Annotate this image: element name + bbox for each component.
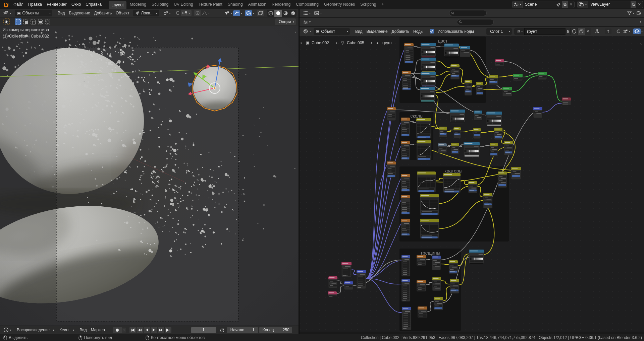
svg-text:›: › (301, 41, 302, 45)
svg-text:сколы: сколы (411, 113, 424, 119)
svg-text:кратеры: кратеры (444, 168, 462, 174)
svg-text:Cube.002: Cube.002 (312, 41, 329, 45)
svg-text:Из камеры перспектива: Из камеры перспектива (3, 27, 49, 32)
svg-text:‹: ‹ (295, 30, 296, 34)
svg-text:◕: ◕ (376, 41, 379, 45)
svg-text:грунт: грунт (382, 41, 392, 45)
svg-text:‹: ‹ (640, 41, 642, 46)
svg-text:›: › (336, 41, 337, 45)
svg-text:цвет: цвет (438, 38, 448, 44)
svg-text:Cube.005: Cube.005 (347, 41, 364, 45)
svg-text:трещины: трещины (420, 250, 440, 256)
svg-text:›: › (371, 41, 372, 45)
svg-text:(1) Collection | Cube.002: (1) Collection | Cube.002 (3, 34, 49, 39)
svg-text:▽: ▽ (341, 41, 344, 45)
svg-text:▣: ▣ (306, 41, 310, 45)
svg-text:›: › (0, 30, 2, 34)
